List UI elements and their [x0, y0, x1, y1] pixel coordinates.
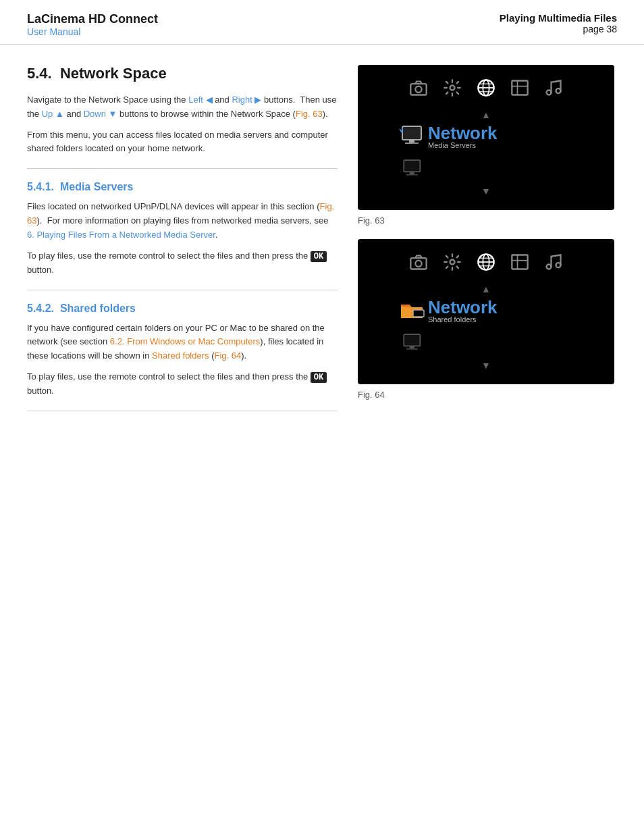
- monitor-icon2-fig64: [398, 332, 428, 356]
- screen-icons-row-2: [409, 253, 563, 271]
- left-column: 5.4. Network Space Navigate to the Netwo…: [27, 65, 338, 423]
- up-arrow-fig64: ▲: [481, 284, 491, 294]
- network-title-fig64: Network: [428, 298, 498, 316]
- figure-63-screen: ▲ Network Medi: [358, 65, 614, 210]
- intro-paragraph-1: Navigate to the Network Space using the …: [27, 93, 338, 122]
- windows-mac-link[interactable]: 6.2. From Windows or Mac Computers: [110, 336, 261, 346]
- screen-icons-row-1: [409, 78, 563, 97]
- shared-folders-link[interactable]: Shared folders: [152, 350, 209, 361]
- subsection-1-number: 5.4.1.: [27, 181, 60, 192]
- divider-2: [27, 290, 338, 290]
- svg-rect-19: [404, 160, 420, 172]
- down-arrow-icon: ▼: [109, 109, 117, 119]
- gear-icon-2: [443, 253, 462, 271]
- video-icon-1: [510, 78, 529, 97]
- fig63-link-2[interactable]: Fig. 63: [27, 201, 334, 226]
- svg-point-2: [450, 86, 455, 90]
- section-name: Network Space: [60, 65, 167, 82]
- up-arrow-icon: ▲: [55, 109, 64, 119]
- header-right: Playing Multimedia Files page 38: [500, 12, 617, 34]
- network-title-fig63: Network: [428, 124, 498, 142]
- folder-monitor-icon-fig64: [398, 299, 428, 323]
- subsection-1-name: Media Servers: [60, 181, 134, 192]
- ok-button-label-2: OK: [311, 372, 327, 383]
- subsec1-paragraph-1: Files located on networked UPnP/DLNA dev…: [27, 200, 338, 242]
- right-column: ▲ Network Medi: [358, 65, 614, 423]
- subsec1-paragraph-2: To play files, use the remote control to…: [27, 249, 338, 278]
- fig63-label: Fig. 63: [358, 215, 614, 226]
- fig64-label: Fig. 64: [358, 390, 614, 400]
- down-arrow-fig63: ▼: [481, 186, 491, 197]
- video-icon-2: [510, 253, 529, 271]
- document-subtitle: User Manual: [27, 26, 158, 37]
- figure-64-screen: ▲ Network Shared folders: [358, 239, 614, 384]
- svg-rect-37: [417, 317, 420, 318]
- left-arrow-icon: ◀: [206, 95, 213, 105]
- subsection-2-number: 5.4.2.: [27, 303, 60, 314]
- document-title: LaCinema HD Connect: [27, 12, 158, 26]
- svg-rect-30: [512, 255, 527, 269]
- svg-rect-38: [404, 334, 420, 346]
- network-text-fig64: Network Shared folders: [428, 298, 498, 323]
- monitor-icon2-fig63: [398, 157, 428, 182]
- network-text-fig63: Network Media Servers: [428, 124, 498, 149]
- camera-icon-2: [409, 253, 428, 271]
- screen-selected-row-fig63: Network Media Servers: [398, 124, 574, 149]
- fig63-link[interactable]: Fig. 63: [296, 109, 323, 119]
- page-header: LaCinema HD Connect User Manual Playing …: [0, 0, 644, 45]
- ok-button-label-1: OK: [311, 251, 327, 262]
- subsec2-paragraph-1: If you have configured certain folders o…: [27, 321, 338, 363]
- network-globe-icon-2: [477, 253, 495, 271]
- svg-rect-15: [405, 142, 419, 144]
- svg-rect-8: [512, 81, 527, 95]
- intro-paragraph-2: From this menu, you can access files loc…: [27, 128, 338, 157]
- section-title: 5.4. Network Space: [27, 65, 338, 82]
- divider-1: [27, 168, 338, 169]
- svg-rect-14: [409, 140, 414, 142]
- subsection-1-title: 5.4.1. Media Servers: [27, 181, 338, 193]
- svg-point-23: [415, 261, 421, 267]
- svg-point-1: [415, 86, 421, 93]
- up-button-label: Up: [42, 109, 53, 119]
- screen-selected-row-fig64: Network Shared folders: [398, 298, 574, 323]
- divider-3: [27, 411, 338, 411]
- svg-rect-21: [406, 174, 418, 176]
- svg-rect-13: [402, 126, 421, 140]
- svg-rect-20: [410, 172, 414, 174]
- monitor-icon-fig63: [398, 125, 428, 149]
- page-number: page 38: [500, 24, 617, 34]
- network-globe-icon-1: [477, 78, 495, 97]
- down-button-label: Down: [84, 109, 106, 119]
- right-arrow-icon: ▶: [254, 95, 261, 105]
- svg-rect-40: [406, 348, 418, 350]
- main-content: 5.4. Network Space Navigate to the Netwo…: [0, 45, 644, 437]
- fig64-link[interactable]: Fig. 64: [215, 350, 242, 361]
- music-icon-2: [544, 253, 563, 271]
- svg-point-12: [556, 88, 561, 93]
- network-sublabel-fig64: Shared folders: [428, 316, 498, 323]
- screen-row2-fig64: [398, 332, 574, 356]
- svg-point-34: [556, 263, 561, 267]
- section-number: 5.4.: [27, 65, 60, 82]
- svg-rect-36: [413, 310, 424, 317]
- screen-row2-fig63: [398, 157, 574, 182]
- left-button-label: Left: [188, 95, 203, 105]
- subsection-2-title: 5.4.2. Shared folders: [27, 303, 338, 315]
- svg-rect-39: [410, 346, 414, 348]
- svg-point-24: [450, 260, 455, 265]
- subsection-2-name: Shared folders: [60, 303, 136, 314]
- media-server-link[interactable]: 6. Playing Files From a Networked Media …: [27, 230, 215, 240]
- network-sublabel-fig63: Media Servers: [428, 142, 498, 149]
- camera-icon: [409, 78, 428, 97]
- page-section: Playing Multimedia Files: [500, 12, 617, 24]
- up-arrow-fig63: ▲: [481, 109, 491, 120]
- subsec2-paragraph-2: To play files, use the remote control to…: [27, 370, 338, 398]
- svg-point-33: [547, 265, 552, 269]
- music-icon-1: [544, 78, 563, 97]
- svg-point-11: [547, 90, 552, 95]
- down-arrow-fig64: ▼: [481, 360, 491, 371]
- gear-icon-1: [443, 78, 462, 97]
- header-left: LaCinema HD Connect User Manual: [27, 12, 158, 37]
- right-button-label: Right: [232, 95, 252, 105]
